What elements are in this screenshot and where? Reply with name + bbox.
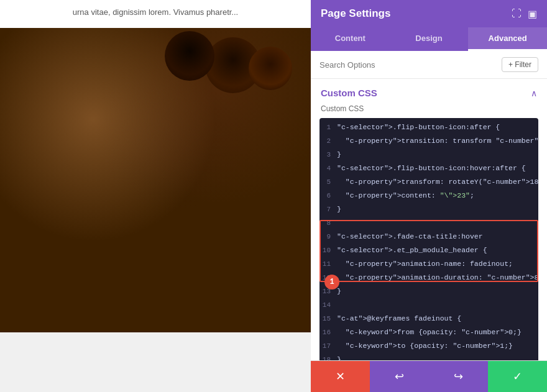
code-line-1: 1"c-selector">.flip-button-icon:after { [319, 121, 538, 134]
code-editor[interactable]: 1"c-selector">.flip-button-icon:after {2… [319, 118, 538, 360]
code-line-4: 4"c-selector">.flip-button-icon:hover:af… [319, 162, 538, 175]
preview-area: urna vitae, dignissim lorem. Vivamus pha… [0, 0, 311, 392]
layout-icon[interactable]: ▣ [528, 8, 537, 20]
filter-button[interactable]: + Filter [502, 57, 538, 72]
code-line-7: 7} [319, 203, 538, 216]
tab-content[interactable]: Content [311, 27, 390, 51]
code-line-6: 6 "c-property">content: "\">23"; [319, 189, 538, 203]
panel-footer: ✕ ↩ ↪ ✓ [311, 360, 547, 392]
code-line-8: 8 [319, 216, 538, 230]
search-input[interactable] [319, 60, 497, 70]
code-line-5: 5 "c-property">transform: rotateY("c-num… [319, 175, 538, 189]
code-line-9: 9"c-selector">.fade-cta-title:hover [319, 230, 538, 244]
code-line-3: 3} [319, 148, 538, 162]
code-line-10: 10"c-selector">.et_pb_module_header { [319, 244, 538, 257]
section-label: Custom CSS [311, 104, 547, 118]
tab-advanced[interactable]: Advanced [468, 27, 547, 51]
section-toggle-icon[interactable]: ∧ [531, 88, 537, 98]
code-line-14: 14 [319, 298, 538, 312]
error-badge: 1 [324, 275, 339, 289]
code-line-2: 2 "c-property">transition: transform "c-… [319, 134, 538, 148]
panel-title: Page Settings [321, 7, 390, 20]
panel-tabs: Content Design Advanced [311, 27, 547, 51]
code-line-12: 12 "c-property">animation-duration: "c-n… [319, 271, 538, 285]
cupcake-section: Special Offe Custom Cupcakes SHOP NOW [0, 28, 311, 332]
page-settings-panel: Page Settings ⛶ ▣ Content Design Advance… [311, 0, 547, 392]
panel-header-icons: ⛶ ▣ [512, 8, 537, 20]
undo-button[interactable]: ↩ [370, 361, 429, 392]
code-line-16: 16 "c-keyword">from {opacity: "c-number"… [319, 326, 538, 339]
custom-css-section-header: Custom CSS ∧ [311, 79, 547, 104]
expand-icon[interactable]: ⛶ [512, 8, 522, 20]
redo-button[interactable]: ↪ [429, 361, 488, 392]
cupcake-decoration-2 [165, 31, 214, 81]
code-line-15: 15"c-at">@keyframes fadeinout { [319, 312, 538, 326]
code-line-11: 11 "c-property">animation-name: fadeinou… [319, 257, 538, 271]
preview-top-text: urna vitae, dignissim lorem. Vivamus pha… [0, 0, 311, 28]
section-title: Custom CSS [321, 88, 377, 98]
tab-design[interactable]: Design [390, 27, 469, 51]
cancel-button[interactable]: ✕ [311, 361, 370, 392]
panel-content: Custom CSS ∧ Custom CSS 1"c-selector">.f… [311, 79, 547, 360]
cupcake-decoration-3 [249, 47, 292, 90]
panel-search-bar: + Filter [311, 51, 547, 79]
code-line-13: 13} [319, 285, 538, 298]
code-line-18: 18} [319, 353, 538, 360]
code-line-17: 17 "c-keyword">to {opacity: "c-number">1… [319, 339, 538, 353]
panel-header: Page Settings ⛶ ▣ [311, 0, 547, 27]
save-button[interactable]: ✓ [488, 361, 547, 392]
